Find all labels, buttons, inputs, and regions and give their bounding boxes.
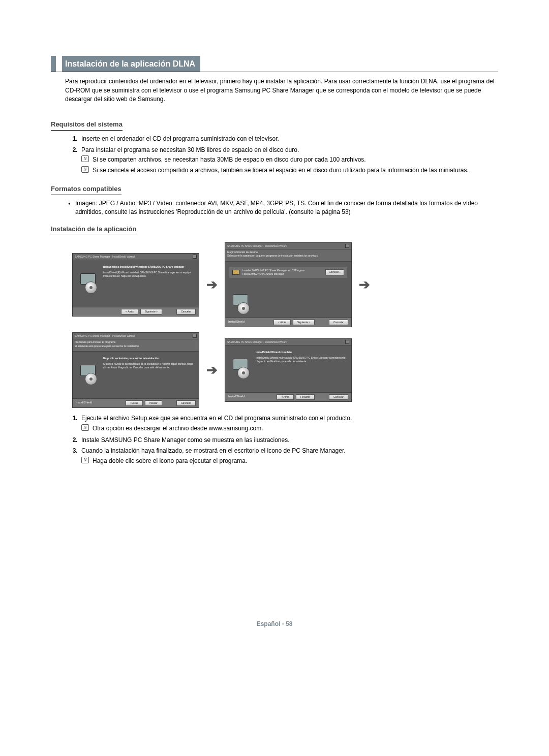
note-icon: N (81, 424, 89, 431)
back-button: < Atrás (273, 320, 291, 325)
screenshot-ready: SAMSUNG PC Share Manager - InstallShield… (72, 332, 199, 408)
screenshot-destination: SAMSUNG PC Share Manager - InstallShield… (225, 242, 352, 327)
installshield-label: InstallShield (228, 320, 245, 325)
s3-body: Si desea revisar la configuración de la … (103, 362, 195, 369)
folder-icon (232, 270, 239, 275)
cancel-button: Cancelar (176, 400, 196, 406)
instalacion-note-3: N Haga doble clic sobre el icono para ej… (81, 456, 498, 466)
window-title: SAMSUNG PC Share Manager - InstallShield… (227, 244, 287, 248)
note-icon: N (81, 155, 89, 162)
close-icon (345, 340, 349, 344)
installshield-label: InstallShield (228, 394, 245, 400)
subheading-requisitos: Requisitos del sistema (51, 120, 123, 131)
next-button: Siguiente > (140, 309, 162, 314)
intro-paragraph: Para reproducir contenidos del ordenador… (65, 77, 498, 104)
window-title: SAMSUNG PC Share Manager - InstallShield… (75, 255, 135, 259)
cancel-button: Cancelar (329, 320, 348, 325)
installshield-label: InstallShield (76, 400, 92, 406)
note-icon: N (81, 457, 89, 463)
instalacion-step-2: Instale SAMSUNG PC Share Manager como se… (79, 435, 498, 446)
instalacion-note-1: N Otra opción es descargar el archivo de… (81, 423, 498, 434)
installer-icon (229, 294, 252, 314)
subheading-instalacion: Instalación de la aplicación (51, 225, 136, 235)
instalacion-note-3-text: Haga doble clic sobre el icono para ejec… (93, 457, 247, 464)
back-button: < Atrás (277, 394, 294, 400)
screenshot-row-1: SAMSUNG PC Share Manager - InstallShield… (72, 242, 498, 327)
arrow-right-icon: ➔ (206, 361, 218, 380)
section-title: Instalación de la aplicación DLNA (62, 56, 200, 72)
cancel-button: Cancelar (176, 309, 196, 314)
instalacion-step-1-text: Ejecute el archivo Setup.exe que se encu… (81, 415, 352, 422)
cancel-button: Cancelar (329, 394, 348, 400)
requisitos-note-2-text: Si se cancela el acceso compartido a arc… (93, 167, 469, 174)
formatos-list: Imagen: JPEG / Audio: MP3 / Vídeo: conte… (68, 198, 498, 218)
screenshot-complete: SAMSUNG PC Share Manager - InstallShield… (225, 338, 352, 402)
instalacion-step-1: Ejecute el archivo Setup.exe que se encu… (79, 413, 498, 435)
installer-icon (77, 265, 99, 302)
formatos-bullet: Imagen: JPEG / Audio: MP3 / Vídeo: conte… (68, 198, 498, 218)
screenshot-welcome: SAMSUNG PC Share Manager - InstallShield… (72, 253, 199, 317)
instalacion-note-1-text: Otra opción es descargar el archivo desd… (93, 425, 263, 432)
requisitos-list: Inserte en el ordenador el CD del progra… (79, 134, 498, 177)
window-title: SAMSUNG PC Share Manager - InstallShield… (227, 340, 287, 344)
arrow-right-icon: ➔ (359, 275, 370, 295)
requisitos-item-2: Para instalar el programa se necesitan 3… (79, 145, 498, 177)
section-title-bar: Instalación de la aplicación DLNA (51, 56, 498, 72)
back-button: < Atrás (121, 309, 138, 314)
change-button: Cambiar... (325, 269, 344, 275)
title-marker (51, 56, 56, 72)
screenshot-row-2: SAMSUNG PC Share Manager - InstallShield… (72, 332, 498, 408)
requisitos-note-1-text: Si se comparten archivos, se necesitan h… (93, 156, 366, 163)
requisitos-note-1: N Si se comparten archivos, se necesitan… (81, 154, 498, 165)
instalacion-steps: Ejecute el archivo Setup.exe que se encu… (79, 413, 498, 467)
subheading-formatos: Formatos compatibles (51, 184, 121, 195)
s3-heading: Haga clic en Instalar para iniciar la in… (103, 357, 195, 360)
window-title: SAMSUNG PC Share Manager - InstallShield… (75, 334, 135, 338)
s1-body: InstallShield(R) Wizard instalará SAMSUN… (103, 271, 195, 278)
close-icon (193, 255, 197, 259)
requisitos-item-2-text: Para instalar el programa se necesitan 3… (81, 146, 299, 153)
back-button: < Atrás (126, 400, 143, 406)
s3-sub1: Preparado para instalar el programa (75, 340, 197, 344)
arrow-right-icon: ➔ (206, 275, 218, 295)
screenshot-grid: SAMSUNG PC Share Manager - InstallShield… (72, 242, 498, 408)
finish-button: Finalizar (296, 394, 315, 400)
installer-icon (77, 357, 99, 393)
instalacion-step-3-text: Cuando la instalación haya finalizado, s… (81, 447, 346, 454)
requisitos-note-2: N Si se cancela el acceso compartido a a… (81, 165, 498, 176)
s4-heading: InstallShield Wizard completo (256, 351, 347, 354)
s1-heading: Bienvenido a InstallShield Wizard de SAM… (103, 265, 195, 269)
requisitos-item-1: Inserte en el ordenador el CD del progra… (79, 134, 498, 144)
close-icon (345, 244, 349, 248)
s3-sub2: El asistente está preparado para comenza… (75, 344, 197, 348)
instalacion-step-3: Cuando la instalación haya finalizado, s… (79, 446, 498, 467)
dest-path: Instalar SAMSUNG PC Share Manager en: C:… (242, 269, 322, 276)
s2-sub1: Elegir ubicación de destino (227, 250, 349, 254)
next-button: Siguiente > (293, 320, 315, 325)
s4-body: InstallShield Wizard ha instalado SAMSUN… (256, 356, 347, 363)
install-button: Instalar (145, 400, 162, 406)
installer-icon (229, 351, 252, 387)
s2-sub2: Seleccione la carpeta en la que el progr… (227, 254, 349, 258)
close-icon (193, 334, 197, 338)
page-footer: Español - 58 (51, 620, 498, 628)
note-icon: N (81, 166, 89, 173)
